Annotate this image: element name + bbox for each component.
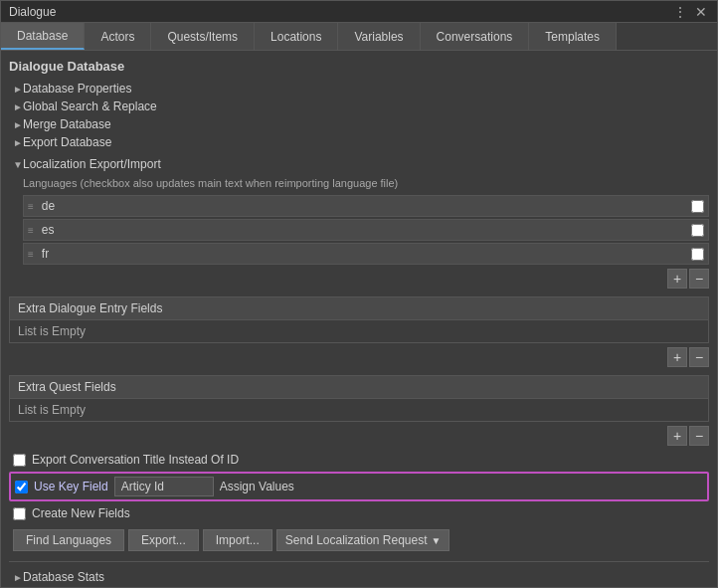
content-area: Dialogue Database Database Properties Gl… <box>1 51 717 587</box>
create-new-fields-label: Create New Fields <box>32 506 130 520</box>
lang-input-de[interactable] <box>38 199 691 213</box>
title-bar-menu-btn[interactable]: ⋮ <box>671 4 689 20</box>
title-bar-controls: ⋮ ✕ <box>671 4 709 20</box>
tab-templates[interactable]: Templates <box>529 23 617 50</box>
tab-bar: Database Actors Quests/Items Locations V… <box>1 23 717 51</box>
triangle-merge-icon <box>13 119 23 130</box>
dialogue-remove-button[interactable]: − <box>689 347 709 367</box>
triangle-localization-icon <box>13 159 23 170</box>
quest-remove-button[interactable]: − <box>689 426 709 446</box>
dialogue-add-remove-row: + − <box>9 347 709 367</box>
triangle-export-icon <box>13 137 23 148</box>
action-button-row: Find Languages Export... Import... Send … <box>9 523 709 557</box>
main-window: Dialogue ⋮ ✕ Database Actors Quests/Item… <box>0 0 718 588</box>
tab-locations[interactable]: Locations <box>255 23 338 50</box>
extra-dialogue-header: Extra Dialogue Entry Fields <box>9 296 709 320</box>
export-title-row: Export Conversation Title Instead Of ID <box>9 450 709 470</box>
divider-1 <box>9 561 709 562</box>
menu-check-issues[interactable]: Check For Issues <box>9 586 709 587</box>
use-key-field-label: Use Key Field <box>34 480 108 493</box>
localization-description: Languages (checkbox also updates main te… <box>9 173 709 193</box>
import-button[interactable]: Import... <box>203 529 272 551</box>
dialogue-add-button[interactable]: + <box>667 347 687 367</box>
quest-add-remove-row: + − <box>9 426 709 446</box>
key-field-input[interactable] <box>114 477 214 496</box>
tab-variables[interactable]: Variables <box>338 23 420 50</box>
lang-add-button[interactable]: + <box>667 269 687 289</box>
lang-input-fr[interactable] <box>38 247 691 261</box>
tab-actors[interactable]: Actors <box>85 23 151 50</box>
lang-row-es: ≡ <box>23 219 709 241</box>
localization-section: Localization Export/Import Languages (ch… <box>9 155 709 289</box>
send-localization-arrow-icon: ▼ <box>432 535 442 546</box>
create-new-fields-row: Create New Fields <box>9 503 709 523</box>
lang-checkbox-fr[interactable] <box>691 248 704 261</box>
assign-values-label: Assign Values <box>220 480 294 493</box>
localization-header[interactable]: Localization Export/Import <box>9 155 709 173</box>
use-key-field-checkbox[interactable] <box>15 481 28 493</box>
title-bar-close-btn[interactable]: ✕ <box>693 4 709 20</box>
menu-merge-database[interactable]: Merge Database <box>9 115 709 133</box>
lang-handle-de: ≡ <box>24 201 38 212</box>
lang-handle-fr: ≡ <box>24 249 38 260</box>
send-localization-button[interactable]: Send Localization Request ▼ <box>276 529 450 551</box>
section-title: Dialogue Database <box>9 59 709 74</box>
extra-quest-section: Extra Quest Fields List is Empty + − <box>9 375 709 446</box>
lang-checkbox-es[interactable] <box>691 224 704 237</box>
extra-dialogue-section: Extra Dialogue Entry Fields List is Empt… <box>9 296 709 367</box>
export-title-label: Export Conversation Title Instead Of ID <box>32 453 239 467</box>
lang-row-de: ≡ <box>23 195 709 217</box>
menu-export-database[interactable]: Export Database <box>9 133 709 151</box>
extra-dialogue-empty: List is Empty <box>9 320 709 343</box>
create-new-fields-checkbox[interactable] <box>13 507 26 520</box>
lang-input-es[interactable] <box>38 223 691 237</box>
menu-global-search[interactable]: Global Search & Replace <box>9 98 709 115</box>
window-title: Dialogue <box>9 5 56 19</box>
export-button[interactable]: Export... <box>128 529 199 551</box>
triangle-db-props-icon <box>13 84 23 95</box>
bottom-section: Database Stats Check For Issues Editor S… <box>9 568 709 587</box>
use-key-field-row: Use Key Field Assign Values <box>9 472 709 501</box>
lang-add-remove-row: + − <box>9 269 709 289</box>
lang-row-fr: ≡ <box>23 243 709 265</box>
quest-add-button[interactable]: + <box>667 426 687 446</box>
lang-remove-button[interactable]: − <box>689 269 709 289</box>
lang-handle-es: ≡ <box>24 225 38 236</box>
tab-conversations[interactable]: Conversations <box>421 23 530 50</box>
title-bar: Dialogue ⋮ ✕ <box>1 1 717 23</box>
triangle-global-search-icon <box>13 101 23 112</box>
lang-checkbox-de[interactable] <box>691 200 704 213</box>
triangle-db-stats-icon <box>13 572 23 583</box>
menu-database-properties[interactable]: Database Properties <box>9 80 709 98</box>
find-languages-button[interactable]: Find Languages <box>13 529 124 551</box>
export-title-checkbox[interactable] <box>13 454 26 467</box>
menu-db-stats[interactable]: Database Stats <box>9 568 709 586</box>
extra-quest-empty: List is Empty <box>9 399 709 422</box>
extra-quest-header: Extra Quest Fields <box>9 375 709 399</box>
tab-quests-items[interactable]: Quests/Items <box>151 23 255 50</box>
tab-database[interactable]: Database <box>1 23 85 50</box>
